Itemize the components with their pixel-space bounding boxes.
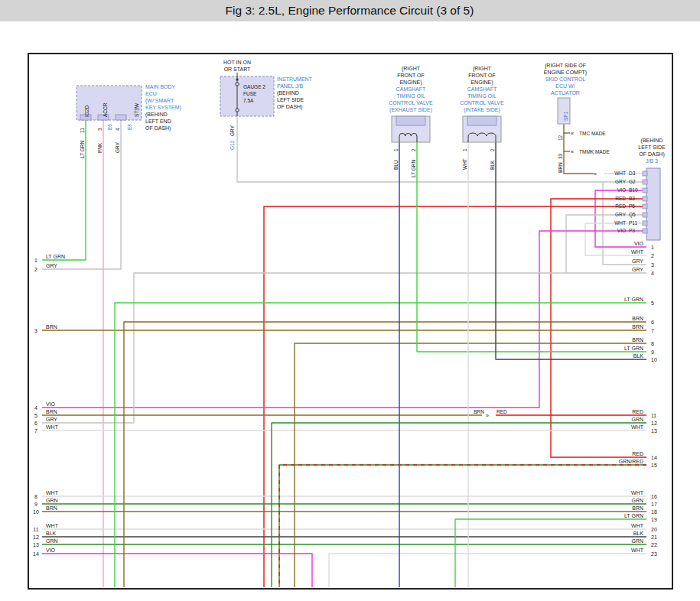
jb3-cavity: B10 (629, 187, 638, 193)
jb-location: (BEHIND (277, 90, 299, 96)
ecu-location: LEFT END (145, 119, 171, 124)
hot-label: HOT IN ON (223, 60, 251, 65)
skid-name: ECU W/ (555, 83, 575, 89)
fuse-cavity: G12 (230, 140, 235, 150)
valve-name: TIMING OIL (467, 93, 497, 99)
right-row-label: BLK (633, 353, 644, 359)
valve-connector (396, 116, 425, 125)
tap-pin-number: 12 (558, 135, 563, 141)
inline-left-label: BRN (474, 409, 484, 414)
valve-location: FRONT OF (397, 73, 425, 78)
right-row-number: 12 (651, 421, 657, 426)
skid-name: SKID CONTROL (545, 76, 586, 82)
valve-name: TIMING OIL (396, 93, 425, 99)
tap-label: TMMK MADE (579, 149, 610, 154)
right-row-label: WHT (631, 424, 644, 430)
left-row-number: 2 (34, 267, 37, 272)
right-row-number: 9 (651, 349, 654, 355)
fuse-label: FUSE (243, 91, 257, 96)
right-row-label: LT GRN (624, 297, 643, 302)
left-row-number: 10 (33, 509, 39, 515)
jb3-pin-notch (643, 188, 647, 193)
valve-pin-number: 2 (490, 148, 495, 151)
left-row-label: BRN (46, 409, 57, 414)
valve-name: CAMSHAFT (396, 86, 426, 92)
valve-pin-number: 1 (393, 148, 399, 151)
valve-name: CONTROL VALVE (389, 100, 433, 106)
jb3-name: J/B 3 (646, 158, 658, 164)
jb3-location: (BEHIND (641, 138, 663, 144)
jb-name: INSTRUMENT (277, 76, 313, 82)
skid-location: (RIGHT SIDE OF (545, 63, 586, 69)
skid-wire-label: BRN (558, 162, 563, 173)
left-row-number: 14 (33, 551, 39, 557)
ecu-name: ECU (145, 91, 157, 96)
valve-location: ENGINE) (470, 80, 493, 86)
diagram-frame (28, 54, 672, 589)
jb3-wire-label: GRY (615, 212, 627, 217)
right-row-label: GRN (631, 538, 643, 544)
left-row-label: LT GRN (46, 254, 65, 259)
jb3-pin-notch (643, 204, 647, 209)
valve-location: FRONT OF (468, 73, 496, 78)
jb3-cavity: D3 (629, 171, 636, 176)
right-row-number: 18 (651, 509, 657, 515)
tap-chevron-icon: « (571, 131, 574, 136)
left-row-label: WHT (46, 490, 59, 495)
jb3-pin-notch (643, 180, 647, 184)
left-row-number: 13 (33, 542, 39, 547)
right-row-label: LT GRN (624, 346, 643, 351)
left-row-label: BRN (46, 505, 57, 511)
left-row-number: 4 (34, 405, 37, 411)
right-row-label: WHT (631, 547, 644, 553)
right-row-number: 14 (651, 455, 657, 460)
valve-connector (467, 116, 497, 125)
valve-wire-label: BLK (490, 160, 495, 170)
jb3-pin-notch (643, 221, 647, 226)
tap-chevron-icon: « (571, 149, 574, 154)
jb3-pin-notch (643, 197, 647, 201)
right-row-label: BRN (632, 505, 643, 511)
left-row-number: 7 (34, 428, 37, 434)
left-row-label: GRN (46, 498, 58, 503)
wiring-diagram: Fig 3: 2.5L, Engine Performance Circuit … (0, 0, 700, 601)
fuse-box (220, 76, 274, 116)
jb3-cavity: Q5 (629, 212, 636, 218)
jb3-wire-label: VIO (617, 228, 626, 233)
right-row-label: WHT (631, 490, 644, 495)
left-row-number: 5 (34, 413, 37, 418)
left-row-number: 11 (33, 527, 38, 532)
right-row-label: GRY (632, 258, 643, 264)
valve-name: (INTAKE SIDE) (464, 107, 500, 113)
ecu-pin-number: 3 (97, 128, 103, 131)
ecu-wire-label: GRY (115, 141, 120, 153)
jb3-cavity: G2 (629, 179, 636, 184)
valve-name: (EXHAUST SIDE) (389, 107, 432, 113)
inline-chevron-icon: » (486, 413, 489, 418)
ecu-location: (BEHIND (145, 112, 168, 118)
right-row-label: LT GRN (624, 513, 643, 518)
page-title: Fig 3: 2.5L, Engine Performance Circuit … (226, 4, 474, 17)
right-row-label: GRY (632, 267, 643, 272)
jb3-block (646, 168, 660, 240)
right-row-label: RED (632, 409, 643, 414)
right-row-label: BRN (632, 316, 643, 321)
jb3-cavity: P5 (629, 203, 635, 209)
right-row-number: 13 (651, 428, 657, 434)
valve-pin-number: 1 (462, 148, 467, 151)
jb3-wire-label: GRY (615, 179, 627, 184)
jb-location: LEFT SIDE (277, 97, 304, 102)
jb3-pin-notch (643, 171, 647, 176)
right-row-label: GRN (631, 417, 643, 422)
right-row-label: GRN (631, 498, 643, 503)
ecu-pin-name: ST3W (134, 102, 139, 117)
left-row-label: GRN (46, 538, 58, 544)
ecu-connector-notch (116, 115, 126, 120)
right-row-number: 5 (651, 300, 654, 306)
left-row-number: 3 (34, 328, 37, 333)
right-row-label: RED (632, 451, 643, 456)
ecu-connector-id: E6 (107, 124, 112, 130)
fuse-label: GAUGE 2 (243, 84, 265, 89)
jb-name: PANEL J/B (277, 83, 304, 89)
jb3-wire-label: RED (615, 203, 626, 209)
